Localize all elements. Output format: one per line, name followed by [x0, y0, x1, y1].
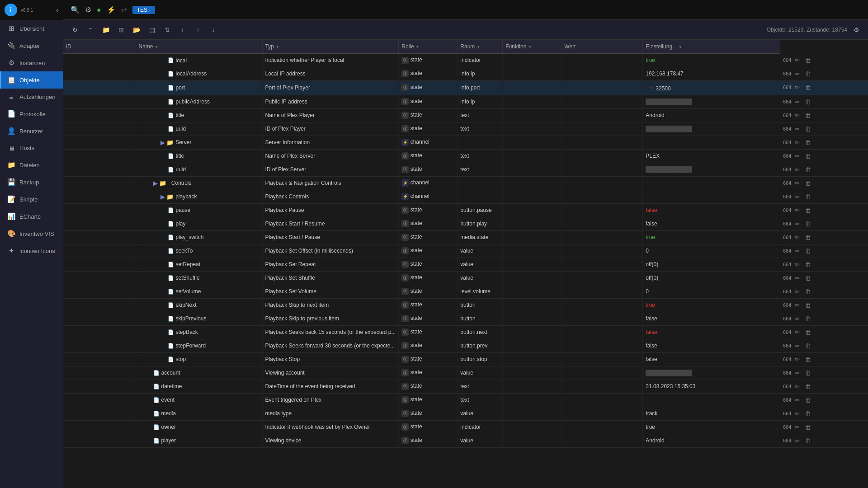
- delete-button[interactable]: 🗑: [803, 179, 813, 188]
- sidebar-item-objekte[interactable]: 📋 Objekte: [0, 71, 63, 89]
- edit-button[interactable]: ✏: [793, 423, 802, 432]
- edit-button[interactable]: ✏: [793, 98, 802, 106]
- sidebar-item-icontwo[interactable]: ✦ icontwo Icons: [0, 242, 63, 259]
- edit-button[interactable]: ✏: [793, 396, 802, 404]
- delete-button[interactable]: 🗑: [803, 233, 813, 242]
- sidebar-item-backup[interactable]: 💾 Backup: [0, 174, 63, 191]
- delete-button[interactable]: 🗑: [803, 260, 813, 269]
- edit-button[interactable]: ✏: [793, 342, 802, 350]
- edit-button[interactable]: ✏: [793, 192, 802, 201]
- edit-button[interactable]: ✏: [793, 179, 802, 188]
- delete-button[interactable]: 🗑: [803, 369, 813, 377]
- delete-button[interactable]: 🗑: [803, 355, 813, 364]
- delete-button[interactable]: 🗑: [803, 287, 813, 296]
- sidebar-item-benutzer[interactable]: 👤 Benutzer: [0, 122, 63, 140]
- edit-button[interactable]: ✏: [793, 138, 802, 147]
- folder2-button[interactable]: 📂: [130, 23, 143, 36]
- th-id[interactable]: ID: [63, 40, 136, 54]
- edit-button[interactable]: ✏: [793, 70, 802, 78]
- edit-button[interactable]: ✏: [793, 247, 802, 255]
- edit-button[interactable]: ✏: [793, 369, 802, 377]
- edit-button[interactable]: ✏: [793, 125, 802, 133]
- th-rolle[interactable]: Rolle ▼: [399, 40, 458, 54]
- edit-button[interactable]: ✏: [793, 220, 802, 228]
- delete-button[interactable]: 🗑: [803, 301, 813, 310]
- filter-button[interactable]: ▤: [146, 23, 158, 36]
- delete-button[interactable]: 🗑: [803, 409, 813, 418]
- delete-button[interactable]: 🗑: [803, 165, 813, 174]
- sort-button[interactable]: ⇅: [161, 23, 174, 36]
- th-typ[interactable]: Typ ▼: [262, 40, 399, 54]
- edit-button[interactable]: ✏: [793, 328, 802, 337]
- delete-button[interactable]: 🗑: [803, 125, 813, 133]
- th-wert[interactable]: Wert: [561, 40, 643, 54]
- delete-button[interactable]: 🗑: [803, 152, 813, 160]
- folder-button[interactable]: 📁: [99, 23, 112, 36]
- delete-button[interactable]: 🗑: [803, 138, 813, 147]
- delete-button[interactable]: 🗑: [803, 192, 813, 201]
- download-button[interactable]: ↓: [207, 23, 220, 36]
- edit-button[interactable]: ✏: [793, 56, 802, 65]
- settings-icon[interactable]: ⚙: [85, 5, 91, 14]
- sidebar-item-hosts[interactable]: 🖥 Hosts: [0, 140, 63, 156]
- delete-button[interactable]: 🗑: [803, 436, 813, 445]
- sync-icon[interactable]: ⇄: [121, 5, 127, 14]
- delete-button[interactable]: 🗑: [803, 56, 813, 65]
- collapse-button[interactable]: ‹: [56, 6, 58, 14]
- refresh-button[interactable]: ↻: [69, 23, 81, 36]
- add-button[interactable]: +: [176, 23, 189, 36]
- wert-value: 31.08.2023 15:35:03: [646, 383, 695, 389]
- edit-button[interactable]: ✏: [793, 206, 802, 215]
- th-name[interactable]: Name ▼: [136, 40, 262, 54]
- sidebar-item-adapter[interactable]: 🔌 Adapter: [0, 37, 63, 54]
- delete-button[interactable]: 🗑: [803, 274, 813, 282]
- edit-button[interactable]: ✏: [793, 287, 802, 296]
- status-icon[interactable]: ●: [97, 6, 101, 14]
- edit-button[interactable]: ✏: [793, 382, 802, 391]
- sidebar-item-instanzen[interactable]: ⚙ Instanzen: [0, 54, 63, 71]
- edit-button[interactable]: ✏: [793, 152, 802, 160]
- edit-button[interactable]: ✏: [793, 409, 802, 418]
- settings2-button[interactable]: ⚙: [850, 23, 863, 36]
- th-raum[interactable]: Raum ▼: [458, 40, 503, 54]
- delete-button[interactable]: 🗑: [803, 423, 813, 432]
- edit-button[interactable]: ✏: [793, 111, 802, 120]
- notify-icon[interactable]: ⚡: [107, 5, 116, 14]
- edit-button[interactable]: ✏: [793, 83, 802, 92]
- upload-button[interactable]: ↑: [192, 23, 204, 36]
- delete-button[interactable]: 🗑: [803, 247, 813, 255]
- search-icon[interactable]: 🔍: [71, 5, 80, 14]
- echarts-icon: 📊: [7, 212, 16, 221]
- sidebar-item-inventwo[interactable]: 🎨 Inventwo VIS: [0, 225, 63, 242]
- delete-button[interactable]: 🗑: [803, 111, 813, 120]
- delete-button[interactable]: 🗑: [803, 314, 813, 323]
- th-funktion[interactable]: Funktion ▼: [503, 40, 561, 54]
- delete-button[interactable]: 🗑: [803, 206, 813, 215]
- delete-button[interactable]: 🗑: [803, 382, 813, 391]
- edit-button[interactable]: ✏: [793, 165, 802, 174]
- delete-button[interactable]: 🗑: [803, 396, 813, 404]
- delete-button[interactable]: 🗑: [803, 83, 813, 92]
- edit-button[interactable]: ✏: [793, 260, 802, 269]
- sidebar-item-dateien[interactable]: 📁 Dateien: [0, 156, 63, 174]
- delete-button[interactable]: 🗑: [803, 70, 813, 78]
- sidebar-label-objekte: Objekte: [19, 77, 40, 84]
- th-einstellung[interactable]: Einstellung... ▼: [643, 40, 780, 54]
- edit-button[interactable]: ✏: [793, 274, 802, 282]
- delete-button[interactable]: 🗑: [803, 328, 813, 337]
- edit-button[interactable]: ✏: [793, 355, 802, 364]
- sidebar-item-protokolle[interactable]: 📄 Protokolle: [0, 105, 63, 122]
- sidebar-item-echarts[interactable]: 📊 ECharts: [0, 208, 63, 225]
- delete-button[interactable]: 🗑: [803, 98, 813, 106]
- edit-button[interactable]: ✏: [793, 436, 802, 445]
- edit-button[interactable]: ✏: [793, 233, 802, 242]
- sidebar-item-uebersicht[interactable]: ⊞ Übersicht: [0, 20, 63, 37]
- edit-button[interactable]: ✏: [793, 314, 802, 323]
- sidebar-item-skripte[interactable]: 📝 Skripte: [0, 191, 63, 208]
- delete-button[interactable]: 🗑: [803, 220, 813, 228]
- delete-button[interactable]: 🗑: [803, 342, 813, 350]
- expand-button[interactable]: ⊞: [115, 23, 127, 36]
- edit-button[interactable]: ✏: [793, 301, 802, 310]
- view-list-button[interactable]: ≡: [84, 23, 97, 36]
- sidebar-item-aufzaehlungen[interactable]: ≡ Aufzählungen: [0, 89, 63, 105]
